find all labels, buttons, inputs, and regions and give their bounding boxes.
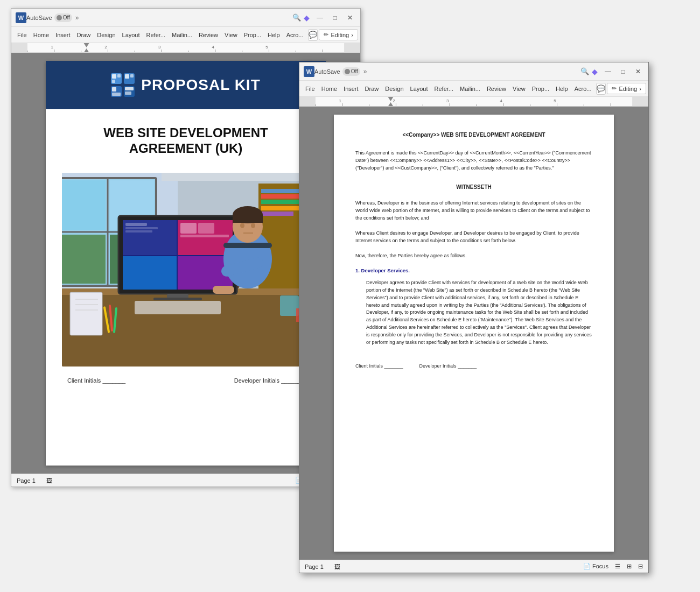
client-initials-label-2: Client Initials _______ (355, 363, 403, 370)
editing-chevron-2: › (639, 86, 641, 92)
ribbon-design-2[interactable]: Design (382, 84, 406, 93)
svg-rect-51 (261, 212, 293, 216)
ribbon-acro-1[interactable]: Acro... (284, 31, 306, 39)
close-btn-1[interactable]: ✕ (344, 12, 356, 24)
editing-btn-1[interactable]: ✏ Editing › (319, 29, 358, 40)
ribbon-propel-2[interactable]: Prop... (529, 84, 552, 93)
svg-rect-94 (135, 301, 221, 314)
search-icon-1[interactable]: 🔍 (292, 13, 302, 23)
doc-main-title-1: WEB SITE DEVELOPMENT AGREEMENT (UK) (67, 125, 304, 157)
svg-rect-95 (299, 97, 648, 107)
svg-rect-23 (112, 74, 116, 79)
proposal-kit-logo (111, 73, 135, 97)
close-btn-2[interactable]: ✕ (632, 66, 644, 77)
doc-whereas-2: Whereas Client desires to engage Develop… (355, 230, 592, 245)
cover-image (62, 173, 310, 367)
editing-btn-2[interactable]: ✏ Editing › (607, 83, 646, 94)
view-icon-5[interactable]: ⊞ (627, 563, 632, 570)
svg-point-79 (251, 223, 255, 228)
ribbon-view-1[interactable]: View (222, 31, 240, 39)
autosave-toggle-2[interactable]: Off (342, 67, 360, 76)
editing-label-2: Editing (619, 86, 637, 92)
maximize-btn-2[interactable]: □ (617, 66, 629, 77)
ribbon-refer-2[interactable]: Refer... (432, 84, 456, 93)
svg-text:3: 3 (158, 45, 161, 50)
ribbon-file-1[interactable]: File (15, 31, 30, 39)
cover-doc-title: WEB SITE DEVELOPMENT AGREEMENT (UK) (46, 109, 326, 167)
ribbon-insert-2[interactable]: Insert (341, 84, 361, 93)
maximize-btn-1[interactable]: □ (329, 12, 341, 24)
svg-rect-70 (180, 235, 229, 237)
ribbon-mail-2[interactable]: Mailin... (457, 84, 483, 93)
svg-rect-50 (261, 206, 304, 210)
minimize-btn-2[interactable]: — (602, 66, 614, 77)
ribbon-2: File Home Insert Draw Design Layout Refe… (299, 81, 648, 97)
comment-btn-2[interactable]: 💬 (596, 83, 606, 95)
svg-text:2: 2 (393, 98, 395, 103)
client-initials-label-1: Client Initials _______ (67, 377, 125, 384)
ribbon-help-2[interactable]: Help (553, 84, 571, 93)
autosave-toggle-1[interactable]: Off (54, 13, 72, 22)
word-window-2: W AutoSave Off » 🔍 ◆ — □ ✕ File Home Ins… (299, 62, 649, 573)
doc-agreement-title: <<Company>> WEB SITE DEVELOPMENT AGREEME… (355, 131, 592, 139)
ribbon-help-1[interactable]: Help (265, 31, 283, 39)
svg-rect-67 (125, 230, 152, 232)
doc-paragraph-1: This Agreement is made this <<CurrentDay… (355, 150, 592, 172)
svg-rect-24 (117, 74, 121, 77)
window-controls-1: — □ ✕ (314, 12, 356, 24)
title-chevrons-2: » (363, 68, 367, 75)
svg-rect-28 (130, 74, 134, 77)
svg-rect-83 (223, 243, 272, 248)
ribbon-propel-1[interactable]: Prop... (241, 31, 264, 39)
svg-rect-63 (123, 256, 177, 290)
svg-rect-69 (198, 223, 214, 234)
ribbon-mail-1[interactable]: Mailin... (169, 31, 195, 39)
svg-rect-84 (70, 292, 102, 335)
ribbon-acro-2[interactable]: Acro... (572, 84, 594, 93)
status-bar-right-2: 📄 Focus ☰ ⊞ ⊟ (583, 563, 643, 570)
pencil-icon-1: ✏ (324, 31, 328, 38)
doc-page-2: <<Company>> WEB SITE DEVELOPMENT AGREEME… (334, 115, 614, 552)
ribbon-design-1[interactable]: Design (94, 31, 118, 39)
ruler-1: 1 2 3 4 5 (11, 43, 360, 53)
svg-rect-33 (125, 87, 134, 90)
ribbon-home-2[interactable]: Home (319, 84, 340, 93)
ribbon-layout-1[interactable]: Layout (120, 31, 143, 39)
doc-section-1-body: Developer agrees to provide Client with … (366, 279, 592, 347)
ribbon-layout-2[interactable]: Layout (408, 84, 431, 93)
minimize-btn-1[interactable]: — (314, 12, 326, 24)
ribbon-file-2[interactable]: File (303, 84, 318, 93)
svg-rect-31 (112, 93, 121, 96)
cover-header: PROPOSAL KIT (46, 61, 326, 109)
view-icon-6[interactable]: ⊟ (638, 563, 643, 570)
svg-rect-77 (233, 215, 263, 223)
ribbon-insert-1[interactable]: Insert (53, 31, 73, 39)
search-icon-2[interactable]: 🔍 (580, 67, 590, 76)
svg-rect-96 (299, 97, 316, 107)
editing-label-1: Editing (331, 32, 349, 38)
ribbon-view-2[interactable]: View (510, 84, 528, 93)
ribbon-draw-1[interactable]: Draw (74, 31, 94, 39)
developer-initials-label-1: Developer Initials _______ (234, 377, 304, 384)
ribbon-draw-2[interactable]: Draw (362, 84, 382, 93)
svg-rect-0 (11, 43, 360, 53)
comment-btn-1[interactable]: 💬 (308, 29, 318, 41)
ribbon-home-1[interactable]: Home (31, 31, 52, 39)
office-scene-svg (62, 173, 310, 367)
status-bar-2: Page 1 🖼 📄 Focus ☰ ⊞ ⊟ (299, 560, 648, 573)
view-icon-4[interactable]: ☰ (615, 563, 620, 570)
ribbon-review-2[interactable]: Review (484, 84, 509, 93)
svg-rect-66 (125, 227, 158, 229)
focus-label-2[interactable]: 📄 Focus (583, 563, 608, 570)
page-number-2: Page 1 (305, 563, 324, 570)
svg-rect-25 (112, 80, 115, 83)
page-number-1: Page 1 (17, 477, 36, 484)
svg-rect-2 (344, 43, 360, 53)
svg-rect-42 (62, 235, 106, 284)
svg-text:3: 3 (446, 98, 449, 103)
svg-text:4: 4 (500, 98, 503, 103)
doc-section-1-title: 1. Developer Services. (355, 267, 592, 274)
ribbon-refer-1[interactable]: Refer... (144, 31, 168, 39)
doc-whereas-1: Whereas, Developer is in the business of… (355, 200, 592, 222)
ribbon-review-1[interactable]: Review (196, 31, 221, 39)
